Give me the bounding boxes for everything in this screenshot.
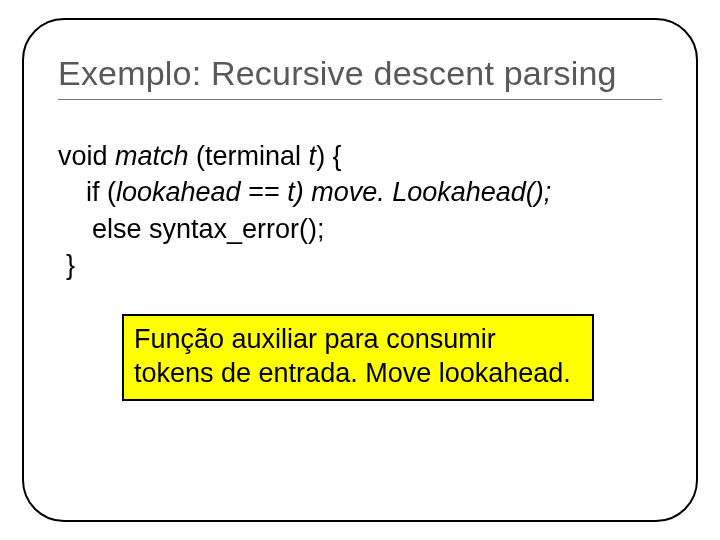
code-text: if ( bbox=[86, 177, 116, 207]
slide: Exemplo: Recursive descent parsing void … bbox=[0, 0, 720, 540]
code-text-italic: lookahead bbox=[116, 177, 241, 207]
code-text-italic: t bbox=[309, 141, 317, 171]
code-text: ) { bbox=[316, 141, 342, 171]
code-text: (terminal bbox=[189, 141, 309, 171]
code-line-3: else syntax_error(); bbox=[92, 211, 662, 247]
code-text-italic: match bbox=[115, 141, 189, 171]
code-text-italic: ; bbox=[544, 177, 552, 207]
code-text: void bbox=[58, 141, 115, 171]
code-line-4: } bbox=[66, 247, 662, 283]
slide-frame: Exemplo: Recursive descent parsing void … bbox=[22, 18, 698, 522]
callout-box: Função auxiliar para consumir tokens de … bbox=[122, 314, 594, 401]
code-text-italic: t bbox=[287, 177, 295, 207]
slide-title: Exemplo: Recursive descent parsing bbox=[58, 54, 662, 93]
code-block: void match (terminal t) { if (lookahead … bbox=[58, 138, 662, 284]
code-line-1: void match (terminal t) { bbox=[58, 138, 662, 174]
title-underline bbox=[58, 99, 662, 100]
code-text: == bbox=[241, 177, 288, 207]
code-line-2: if (lookahead == t) move. Lookahead(); bbox=[86, 174, 662, 210]
code-text-italic: ) move. Lookahead() bbox=[295, 177, 544, 207]
